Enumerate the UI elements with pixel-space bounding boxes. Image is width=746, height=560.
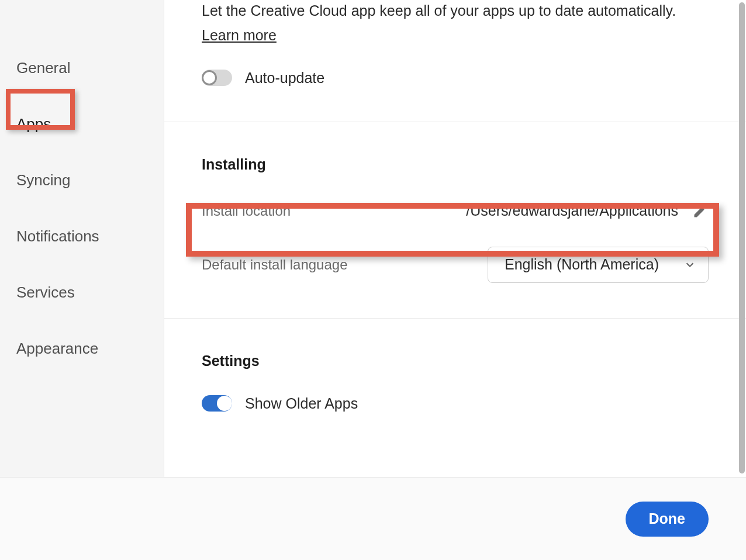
sidebar: General Apps Syncing Notifications Servi…	[0, 0, 164, 477]
default-language-value: English (North America)	[505, 256, 659, 273]
sidebar-item-services[interactable]: Services	[0, 264, 163, 320]
install-location-value: /Users/edwardsjane/Applications	[466, 202, 678, 219]
install-location-value-wrap: /Users/edwardsjane/Applications	[466, 202, 709, 219]
chevron-down-icon	[683, 258, 696, 271]
learn-more-link[interactable]: Learn more	[202, 27, 277, 44]
show-older-toggle-label: Show Older Apps	[245, 395, 358, 412]
auto-update-toggle-row: Auto-update	[202, 70, 709, 87]
default-language-select[interactable]: English (North America)	[488, 247, 709, 283]
main-panel: Let the Creative Cloud app keep all of y…	[164, 0, 746, 477]
show-older-toggle-row: Show Older Apps	[202, 395, 709, 412]
auto-update-description: Let the Creative Cloud app keep all of y…	[202, 0, 709, 22]
installing-title: Installing	[202, 156, 709, 173]
sidebar-item-apps[interactable]: Apps	[0, 96, 163, 152]
sidebar-item-label: Notifications	[16, 227, 99, 246]
done-button[interactable]: Done	[626, 502, 709, 537]
auto-update-toggle-label: Auto-update	[245, 70, 324, 87]
sidebar-item-notifications[interactable]: Notifications	[0, 208, 163, 264]
sidebar-item-label: Services	[16, 284, 75, 302]
sidebar-item-syncing[interactable]: Syncing	[0, 152, 163, 208]
sidebar-item-general[interactable]: General	[0, 40, 163, 96]
auto-update-section: Let the Creative Cloud app keep all of y…	[164, 0, 746, 122]
install-location-row: Install location /Users/edwardsjane/Appl…	[202, 193, 709, 229]
sidebar-item-label: Syncing	[16, 171, 71, 189]
settings-section: Settings Show Older Apps	[164, 319, 746, 447]
footer: Done	[0, 477, 746, 560]
sidebar-item-label: Apps	[16, 115, 51, 133]
default-language-label: Default install language	[202, 257, 348, 273]
auto-update-toggle[interactable]	[202, 70, 232, 86]
installing-section: Installing Install location /Users/edwar…	[164, 122, 746, 319]
scrollbar-track	[738, 0, 746, 477]
install-location-label: Install location	[202, 203, 291, 219]
sidebar-item-label: General	[16, 59, 71, 77]
toggle-knob	[217, 396, 232, 411]
pencil-icon[interactable]	[692, 203, 709, 219]
show-older-toggle[interactable]	[202, 395, 232, 412]
settings-title: Settings	[202, 352, 709, 369]
sidebar-item-label: Appearance	[16, 340, 98, 358]
preferences-container: General Apps Syncing Notifications Servi…	[0, 0, 746, 477]
sidebar-item-appearance[interactable]: Appearance	[0, 320, 163, 376]
toggle-knob	[202, 70, 217, 85]
scrollbar-thumb[interactable]	[739, 2, 745, 473]
default-language-row: Default install language English (North …	[202, 247, 709, 283]
